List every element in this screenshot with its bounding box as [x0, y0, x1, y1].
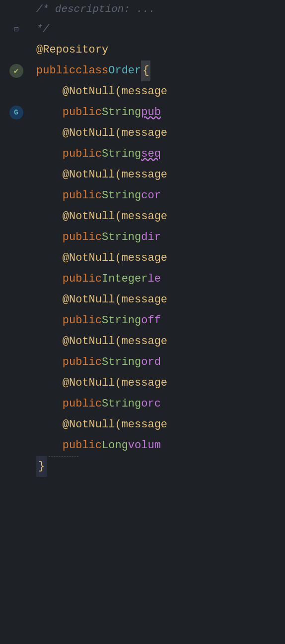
code-editor: /* description: ... */ @Repository publi…: [32, 0, 285, 644]
code-line-notnull-4: @NotNull(message: [32, 206, 285, 227]
gutter: ⊟ ✔ G: [0, 0, 32, 644]
code-line-notnull-9: @NotNull(message: [32, 414, 285, 435]
code-line-field-off: public String off: [32, 310, 285, 331]
code-line-close-comment: */: [32, 19, 285, 40]
code-line-field-dir: public String dir: [32, 227, 285, 248]
code-line-comment: /* description: ...: [32, 0, 285, 19]
code-line-field-cor: public String cor: [32, 185, 285, 206]
code-line-field-orc: public String orc: [32, 394, 285, 414]
code-line-class-declaration: public class Order {: [32, 60, 285, 81]
code-line-notnull-1: @NotNull(message: [32, 81, 285, 102]
code-line-notnull-6: @NotNull(message: [32, 290, 285, 310]
code-line-field-pub: public String pub: [32, 102, 285, 123]
code-line-field-volum: public Long volum: [32, 435, 285, 456]
code-line-notnull-3: @NotNull(message: [32, 165, 285, 185]
code-line-field-seq: public String seq: [32, 144, 285, 165]
code-line-annotation-repository: @Repository: [32, 40, 285, 60]
code-line-notnull-5: @NotNull(message: [32, 248, 285, 269]
code-line-field-ord: public String ord: [32, 352, 285, 373]
g-badge-icon: G: [0, 102, 32, 123]
fold-icon: ⊟: [0, 19, 32, 40]
code-line-class-close: }: [32, 456, 285, 477]
code-line-field-le: public Integer le: [32, 269, 285, 290]
check-badge-icon: ✔: [0, 60, 32, 81]
code-line-notnull-8: @NotNull(message: [32, 373, 285, 394]
code-line-notnull-7: @NotNull(message: [32, 331, 285, 352]
code-line-notnull-2: @NotNull(message: [32, 123, 285, 144]
